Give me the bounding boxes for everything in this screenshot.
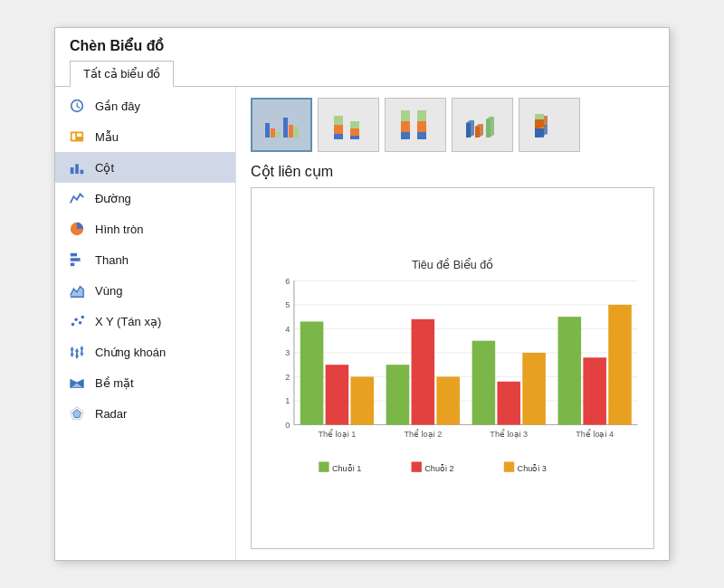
line-icon (68, 189, 86, 207)
right-panel: Cột liên cụm Tiêu đề Biểu đồ0123456Thể l… (236, 87, 669, 560)
chart-svg-container: Tiêu đề Biểu đồ0123456Thể loại 1Thể loại… (257, 194, 648, 543)
svg-rect-56 (535, 114, 544, 119)
svg-text:Chuỗi 2: Chuỗi 2 (424, 464, 453, 473)
insert-chart-dialog: Chèn Biểu đồ Tất cả biểu đồ Gần đâyMẫuCộ… (54, 27, 670, 561)
svg-rect-28 (265, 123, 270, 138)
svg-text:Thể loại 1: Thể loại 1 (318, 429, 356, 439)
svg-rect-83 (497, 382, 520, 425)
sidebar-item-label-pie: Hình tròn (95, 223, 143, 236)
sidebar-item-label-radar: Radar (95, 407, 127, 421)
svg-text:Thể loại 3: Thể loại 3 (490, 429, 528, 439)
svg-rect-2 (77, 133, 81, 137)
sidebar-item-label-column: Cột (95, 161, 114, 175)
sidebar-item-label-bar: Thanh (95, 253, 129, 267)
svg-rect-8 (71, 258, 81, 261)
sidebar-item-label-template: Mẫu (95, 130, 119, 144)
sidebar-item-label-line: Đường (95, 192, 131, 205)
left-panel: Gần đâyMẫuCộtĐườngHình trònThanhVùngX Y … (55, 87, 236, 560)
svg-rect-4 (75, 164, 79, 174)
chart-preview: Tiêu đề Biểu đồ0123456Thể loại 1Thể loại… (251, 187, 654, 549)
sidebar-item-label-stock: Chứng khoán (95, 346, 166, 359)
chart-thumb-4[interactable] (519, 98, 580, 152)
sidebar-item-stock[interactable]: Chứng khoán (55, 337, 235, 367)
chart-thumb-0[interactable] (251, 98, 312, 152)
radar-icon (68, 404, 86, 422)
svg-rect-88 (608, 305, 632, 425)
svg-marker-47 (466, 120, 474, 138)
sidebar-item-column[interactable]: Cột (55, 152, 235, 183)
svg-rect-33 (294, 127, 299, 138)
svg-text:Thể loại 4: Thể loại 4 (576, 429, 614, 439)
svg-text:Tiêu đề Biểu đồ: Tiêu đề Biểu đồ (412, 258, 493, 271)
svg-rect-42 (401, 132, 410, 139)
stock-icon (68, 343, 86, 361)
svg-rect-78 (386, 365, 410, 424)
svg-rect-7 (71, 253, 77, 257)
svg-rect-30 (276, 132, 281, 138)
svg-rect-40 (401, 110, 410, 121)
chart-thumb-2[interactable] (385, 98, 446, 152)
sidebar-item-scatter[interactable]: X Y (Tán xạ) (55, 306, 235, 337)
svg-text:6: 6 (285, 277, 290, 286)
svg-rect-36 (334, 134, 343, 139)
svg-rect-1 (72, 133, 76, 139)
area-icon (68, 281, 86, 299)
sidebar-item-label-recent: Gần đây (95, 100, 140, 113)
sidebar-item-recent[interactable]: Gần đây (55, 90, 235, 121)
svg-rect-87 (583, 357, 606, 424)
svg-rect-9 (71, 263, 75, 267)
svg-rect-43 (417, 110, 426, 121)
svg-rect-79 (412, 319, 435, 425)
svg-rect-75 (326, 365, 349, 424)
sidebar-item-template[interactable]: Mẫu (55, 121, 235, 152)
recent-icon (68, 97, 86, 115)
svg-text:0: 0 (285, 421, 290, 430)
sidebar-item-line[interactable]: Đường (55, 183, 235, 213)
svg-rect-3 (71, 167, 74, 174)
svg-text:1: 1 (285, 396, 290, 405)
svg-rect-80 (436, 376, 460, 424)
svg-marker-27 (73, 410, 81, 418)
svg-rect-41 (401, 121, 410, 132)
svg-rect-35 (334, 125, 343, 134)
sidebar-item-surface[interactable]: Bề mặt (55, 367, 235, 398)
scatter-icon (68, 312, 86, 330)
svg-rect-82 (472, 341, 496, 425)
svg-rect-29 (271, 128, 275, 138)
tab-bar: Tất cả biểu đồ (55, 60, 669, 87)
svg-text:2: 2 (285, 373, 290, 382)
dialog-body: Gần đâyMẫuCộtĐườngHình trònThanhVùngX Y … (55, 87, 669, 560)
chart-thumb-1[interactable] (318, 98, 379, 152)
svg-rect-94 (504, 461, 514, 471)
chart-thumb-3[interactable] (452, 98, 513, 152)
svg-rect-39 (350, 136, 359, 139)
svg-rect-44 (417, 121, 426, 132)
sidebar-item-bar[interactable]: Thanh (55, 244, 235, 275)
svg-text:Thể loại 2: Thể loại 2 (404, 429, 442, 439)
sidebar-item-label-scatter: X Y (Tán xạ) (95, 315, 161, 328)
pie-icon (68, 220, 86, 238)
svg-text:Chuỗi 1: Chuỗi 1 (332, 464, 361, 473)
surface-icon (68, 374, 86, 392)
svg-rect-76 (350, 376, 374, 424)
sidebar-item-radar[interactable]: Radar (55, 398, 235, 429)
svg-rect-90 (319, 461, 329, 471)
svg-rect-37 (350, 121, 359, 128)
tab-all-charts[interactable]: Tất cả biểu đồ (70, 61, 174, 87)
sidebar-item-area[interactable]: Vùng (55, 275, 235, 306)
svg-rect-84 (522, 353, 546, 425)
sidebar-item-label-area: Vùng (95, 284, 122, 298)
svg-text:4: 4 (285, 325, 290, 334)
sidebar-item-pie[interactable]: Hình tròn (55, 213, 235, 244)
dialog-title: Chèn Biểu đồ (55, 28, 669, 54)
svg-rect-5 (81, 170, 84, 175)
svg-marker-51 (486, 117, 494, 138)
svg-rect-34 (334, 116, 343, 125)
svg-rect-74 (300, 321, 324, 424)
column-icon (68, 158, 86, 176)
svg-point-11 (74, 318, 78, 321)
bar-icon (68, 251, 86, 269)
chart-type-row (251, 98, 654, 152)
svg-text:Chuỗi 3: Chuỗi 3 (518, 464, 547, 473)
sidebar-item-label-surface: Bề mặt (95, 376, 134, 390)
